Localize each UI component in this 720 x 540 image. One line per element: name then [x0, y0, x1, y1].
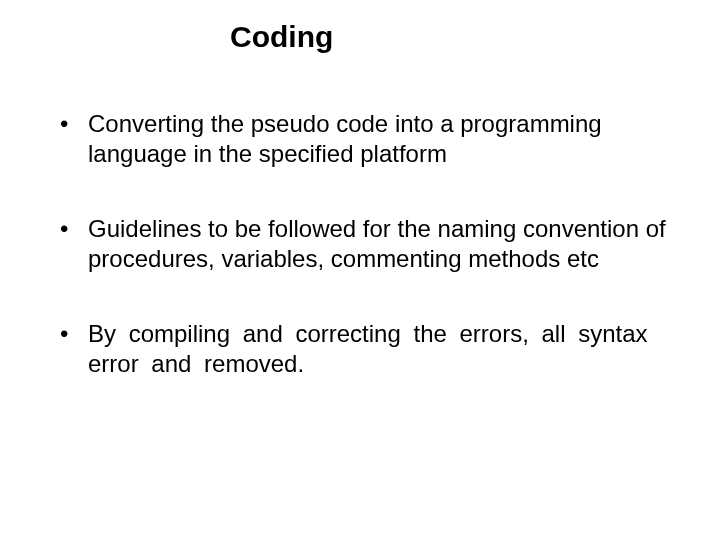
slide-title: Coding [230, 20, 680, 54]
bullet-item: Guidelines to be followed for the naming… [60, 214, 680, 274]
bullet-item: By compiling and correcting the errors, … [60, 319, 680, 379]
bullet-list: Converting the pseudo code into a progra… [40, 109, 680, 379]
bullet-item: Converting the pseudo code into a progra… [60, 109, 680, 169]
